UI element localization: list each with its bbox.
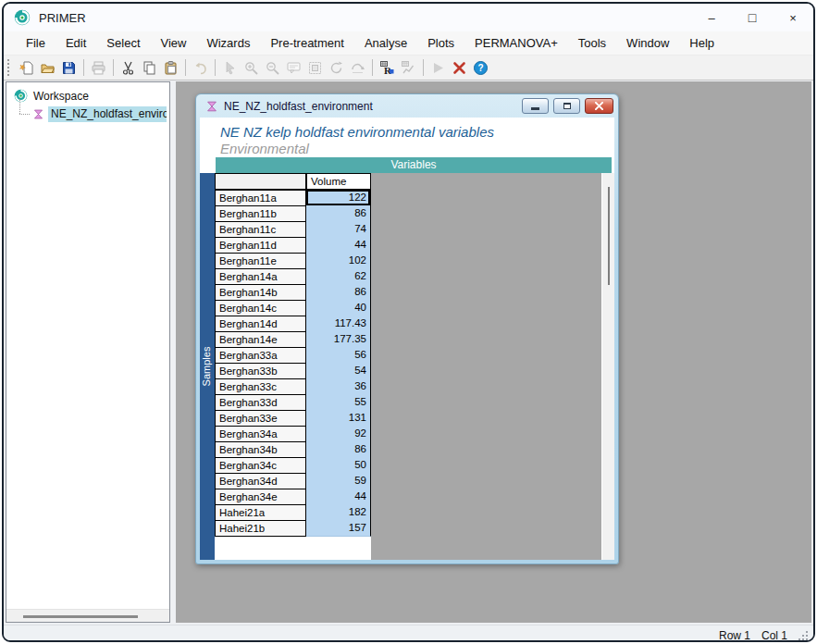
row-label[interactable]: Berghan11d	[215, 237, 306, 254]
table-row: Berghan14d 117.43	[215, 316, 371, 332]
row-label[interactable]: Berghan11b	[215, 205, 306, 222]
cut-icon[interactable]	[118, 57, 139, 78]
cell-value[interactable]: 44	[306, 237, 371, 254]
scrollbar-thumb[interactable]	[608, 187, 610, 285]
save-icon[interactable]	[58, 57, 80, 78]
table-row: Berghan33d 55	[215, 394, 371, 411]
menu-window[interactable]: Window	[616, 32, 679, 54]
menu-permanova[interactable]: PERMANOVA+	[464, 32, 568, 54]
workspace-root-item[interactable]: Workspace	[6, 87, 169, 105]
tree-item-label: NE_NZ_holdfast_environment	[48, 106, 167, 122]
table-row: Berghan34a 92	[215, 426, 371, 442]
close-button[interactable]: ×	[773, 4, 813, 31]
row-label[interactable]: Hahei21a	[215, 504, 306, 521]
menu-tools[interactable]: Tools	[568, 32, 616, 54]
cell-value[interactable]: 44	[306, 489, 371, 505]
cell-value[interactable]: 54	[306, 363, 371, 379]
primer-logo-icon	[14, 9, 31, 26]
cell-value[interactable]: 86	[306, 441, 371, 458]
resize-grip[interactable]	[798, 631, 809, 641]
cell-value[interactable]: 59	[306, 473, 371, 489]
scrollbar-thumb[interactable]	[23, 615, 138, 618]
run-icon	[427, 57, 449, 78]
new-worksheet-icon[interactable]	[16, 57, 37, 78]
variables-band[interactable]: Variables	[216, 157, 612, 173]
resemblance-icon[interactable]: R	[377, 57, 398, 78]
cell-value[interactable]: 86	[306, 284, 371, 301]
row-label[interactable]: Berghan34b	[215, 441, 306, 458]
status-row-indicator: Row 1	[719, 629, 750, 642]
doc-restore-button[interactable]	[553, 98, 580, 114]
cell-value[interactable]: 86	[306, 205, 371, 222]
menu-view[interactable]: View	[151, 32, 197, 54]
minimize-button[interactable]: –	[691, 4, 732, 31]
cell-value[interactable]: 50	[306, 457, 371, 474]
row-label[interactable]: Berghan11a	[215, 190, 306, 206]
row-label[interactable]: Berghan14e	[215, 331, 306, 348]
title-bar[interactable]: PRIMER – □ ×	[4, 4, 813, 31]
help-icon[interactable]: ?	[470, 57, 491, 78]
menu-wizards[interactable]: Wizards	[196, 32, 260, 54]
maximize-button[interactable]: □	[732, 4, 773, 31]
cell-value[interactable]: 182	[306, 504, 371, 521]
status-bar: Row 1 Col 1	[4, 625, 813, 642]
row-label[interactable]: Berghan11e	[215, 253, 306, 269]
menu-help[interactable]: Help	[679, 32, 724, 54]
row-label[interactable]: Berghan14a	[215, 268, 306, 285]
spin-icon	[347, 57, 368, 78]
row-label[interactable]: Berghan34a	[215, 426, 306, 442]
primer-window: PRIMER – □ × FileEditSelectViewWizardsPr…	[2, 2, 815, 642]
column-header-volume[interactable]: Volume	[306, 173, 371, 190]
open-icon[interactable]	[37, 57, 58, 78]
cell-value[interactable]: 55	[306, 394, 371, 411]
row-label[interactable]: Berghan14c	[215, 300, 306, 316]
menu-pretreatment[interactable]: Pre-treatment	[260, 32, 353, 54]
cell-value[interactable]: 102	[306, 253, 371, 269]
menu-plots[interactable]: Plots	[417, 32, 464, 54]
row-label-header[interactable]	[215, 173, 306, 190]
row-label[interactable]: Berghan14b	[215, 284, 306, 301]
cell-value[interactable]: 56	[306, 347, 371, 364]
row-label[interactable]: Berghan11c	[215, 221, 306, 238]
toolbar-separator	[423, 59, 424, 76]
cell-value[interactable]: 40	[306, 300, 371, 316]
workspace-horizontal-scrollbar[interactable]	[6, 609, 169, 622]
table-row: Berghan14b 86	[215, 284, 371, 301]
table-row: Berghan34c 50	[215, 457, 371, 474]
menu-select[interactable]: Select	[96, 32, 150, 54]
menu-file[interactable]: File	[16, 32, 56, 54]
cell-value[interactable]: 117.43	[306, 316, 371, 332]
worksheet-vertical-scrollbar[interactable]	[601, 173, 614, 560]
row-label[interactable]: Berghan33e	[215, 410, 306, 427]
cell-value[interactable]: 74	[306, 221, 371, 238]
paste-icon[interactable]	[160, 57, 181, 78]
worksheet-window-titlebar[interactable]: NE_NZ_holdfast_environment	[200, 94, 614, 118]
row-label[interactable]: Berghan14d	[215, 316, 306, 332]
toolbar-separator	[185, 59, 186, 76]
cell-value[interactable]: 36	[306, 378, 371, 395]
cell-value[interactable]: 177.35	[306, 331, 371, 348]
row-label[interactable]: Berghan34e	[215, 489, 306, 505]
copy-icon[interactable]	[139, 57, 160, 78]
doc-close-button[interactable]	[585, 98, 613, 114]
data-sheet: Samples Volume Berghan11a 122 Berghan11b…	[200, 173, 614, 560]
row-label[interactable]: Berghan34d	[215, 473, 306, 489]
row-label[interactable]: Berghan33d	[215, 394, 306, 411]
row-label[interactable]: Berghan33a	[215, 347, 306, 364]
row-label[interactable]: Hahei21b	[215, 520, 306, 537]
samples-band[interactable]: Samples	[200, 173, 215, 560]
row-label[interactable]: Berghan33b	[215, 363, 306, 379]
cell-value[interactable]: 131	[306, 410, 371, 427]
stop-icon[interactable]	[449, 57, 470, 78]
row-label[interactable]: Berghan34c	[215, 457, 306, 474]
tree-item-worksheet[interactable]: NE_NZ_holdfast_environment	[6, 105, 169, 123]
row-label[interactable]: Berghan33c	[215, 378, 306, 395]
cell-value[interactable]: 62	[306, 268, 371, 285]
doc-minimize-button[interactable]	[522, 98, 549, 114]
cell-value[interactable]: 92	[306, 426, 371, 442]
menu-analyse[interactable]: Analyse	[354, 32, 417, 54]
menu-edit[interactable]: Edit	[56, 32, 96, 54]
cell-value[interactable]: 122	[306, 190, 371, 206]
cell-value[interactable]: 157	[306, 520, 371, 537]
toolbar-grip[interactable]	[7, 59, 12, 76]
